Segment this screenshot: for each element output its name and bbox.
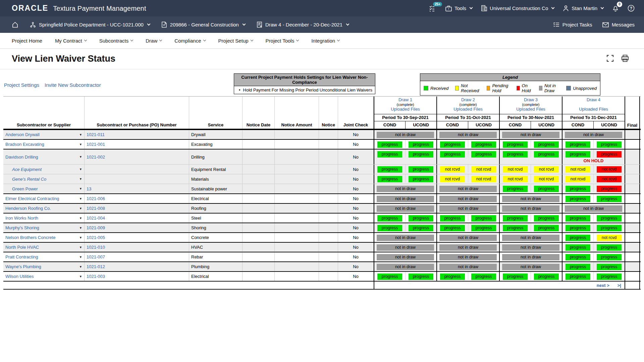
menu-item-project-setup[interactable]: Project Setup (218, 38, 253, 44)
status-chip: progress (534, 141, 559, 148)
notice-amount-cell (275, 130, 319, 139)
row-dropdown-icon[interactable]: ▼ (79, 226, 82, 230)
draw-title-link[interactable]: Draw 4 (587, 97, 600, 102)
service-cell: Sustainable power (189, 184, 243, 193)
chevron-down-icon (84, 39, 87, 41)
po-number-link[interactable]: 1021-007 (87, 254, 105, 259)
uploaded-files-link[interactable]: Uploaded Files (579, 107, 608, 112)
status-chip: progress (377, 225, 402, 231)
uploaded-files-link[interactable]: Uploaded Files (453, 107, 483, 112)
subcontractor-link[interactable]: Henderson Roofing Co. (5, 206, 51, 211)
contract-selector[interactable]: 209866 - General Construction (161, 21, 245, 28)
joint-check-cell: No (338, 165, 374, 174)
cond-status: progress (562, 194, 594, 202)
draw-selector[interactable]: Draw 4 - December - 20-Dec-2021 (257, 21, 349, 28)
ucond-status: progress (531, 184, 562, 192)
row-dropdown-icon[interactable]: ▼ (79, 133, 82, 136)
legend-color-swatch (517, 86, 520, 90)
cond-status: progress (562, 140, 594, 148)
project-tasks-button[interactable]: Project Tasks (553, 22, 592, 27)
status-chip: progress (597, 264, 622, 270)
messages-button[interactable]: Messages (602, 22, 635, 27)
print-icon[interactable] (621, 55, 629, 63)
po-number-link[interactable]: 1021-004 (87, 216, 105, 221)
last-page-link[interactable]: >| (618, 283, 621, 288)
status-chip-pair: progressprogress (374, 140, 436, 148)
po-number-link[interactable]: 1021-006 (87, 196, 105, 201)
menu-item-draw[interactable]: Draw (146, 38, 162, 44)
user-menu[interactable]: Stan Martin (563, 5, 603, 11)
subcontractor-link[interactable]: Elmer Electrical Contracting (5, 196, 59, 201)
row-dropdown-icon[interactable]: ▼ (79, 197, 82, 200)
po-number-link[interactable]: 1021-002 (87, 155, 105, 160)
subcontractor-link[interactable]: Wilson Utilities (5, 274, 34, 279)
company-menu[interactable]: Universal Construction Co (481, 5, 554, 11)
uploaded-files-link[interactable]: Uploaded Files (391, 107, 420, 112)
service-cell: Concrete (189, 233, 243, 242)
tools-menu[interactable]: Tools (445, 5, 472, 11)
menu-item-project-tools[interactable]: Project Tools (266, 38, 299, 44)
subcontractor-link[interactable]: Bradson Excavating (5, 142, 44, 147)
row-dropdown-icon[interactable]: ▼ (79, 265, 82, 268)
subcontractor-link[interactable]: Gene's Rental Co (12, 177, 46, 182)
po-number-link[interactable]: 1021-012 (87, 264, 105, 269)
menu-item-project-home[interactable]: Project Home (12, 38, 42, 44)
draw-title-link[interactable]: Draw 3 (524, 97, 538, 102)
uploaded-files-link[interactable]: Uploaded Files (516, 107, 545, 112)
menu-item-integration[interactable]: Integration (311, 38, 339, 44)
subcontractor-link[interactable]: Nelson Brothers Concrete (5, 235, 56, 240)
status-chip: not rcvd (503, 176, 528, 182)
subcontractor-link[interactable]: Anderson Drywall (5, 132, 40, 137)
subcontractor-link[interactable]: Ace Equipment (12, 167, 42, 172)
subcontractor-link[interactable]: Pratt Contracting (5, 254, 38, 259)
row-dropdown-icon[interactable]: ▼ (79, 217, 82, 220)
row-dropdown-icon[interactable]: ▼ (79, 168, 82, 171)
po-number-link[interactable]: 1021-010 (87, 245, 105, 250)
subcontractor-link[interactable]: Wayne's Plumbing (5, 264, 41, 269)
invite-new-subcontractor-link[interactable]: Invite New Subcontractor (45, 82, 101, 88)
notice-cell (319, 184, 338, 193)
po-number-link[interactable]: 1021-009 (87, 225, 105, 230)
subcontractor-link[interactable]: Murphy's Shoring (5, 225, 39, 230)
row-dropdown-icon[interactable]: ▼ (79, 187, 82, 190)
next-page-link[interactable]: next > (597, 283, 609, 288)
draw-title-link[interactable]: Draw 2 (461, 97, 475, 102)
cond-status: not rcvd (562, 174, 594, 182)
draw-4-status-cell: progressprogress (562, 243, 625, 252)
notifications-button[interactable]: 0 (612, 5, 619, 12)
po-number-link[interactable]: 1021-005 (87, 235, 105, 240)
subcontractor-link[interactable]: North Pole HVAC (5, 245, 39, 250)
menu-item-compliance[interactable]: Compliance (174, 38, 205, 44)
home-button[interactable] (12, 21, 18, 28)
subcontractor-link[interactable]: Green Power (12, 186, 38, 191)
row-dropdown-icon[interactable]: ▼ (79, 255, 82, 259)
menu-item-my-contract[interactable]: My Contract (55, 38, 87, 44)
po-number-link[interactable]: 1021-008 (87, 206, 105, 211)
row-dropdown-icon[interactable]: ▼ (79, 246, 82, 249)
po-number-link[interactable]: 1021-001 (87, 142, 105, 147)
po-number-link[interactable]: 1021-003 (87, 274, 105, 279)
ucond-status: progress (468, 149, 499, 158)
row-dropdown-icon[interactable]: ▼ (79, 275, 82, 278)
task-list-button[interactable]: 25+ (429, 5, 437, 12)
row-dropdown-icon[interactable]: ▼ (79, 143, 82, 146)
draw-title-link[interactable]: Draw 1 (398, 97, 412, 102)
row-dropdown-icon[interactable]: ▼ (79, 155, 82, 159)
fullscreen-icon[interactable] (606, 55, 614, 63)
row-dropdown-icon[interactable]: ▼ (79, 236, 82, 239)
status-chip-pair: progressprogress (562, 194, 625, 202)
row-dropdown-icon[interactable]: ▼ (79, 177, 82, 181)
user-label: Stan Martin (572, 5, 597, 11)
menu-item-subcontracts[interactable]: Subcontracts (99, 38, 133, 44)
po-number-link[interactable]: 13 (87, 186, 91, 191)
po-number-link[interactable]: 1021-011 (87, 132, 105, 137)
ucond-status: progress (531, 214, 562, 222)
notice-date-cell (243, 233, 275, 242)
row-dropdown-icon[interactable]: ▼ (79, 207, 82, 210)
ucond-status: progress (594, 243, 625, 251)
subcontractor-link[interactable]: Davidson Drilling (5, 155, 38, 160)
help-button[interactable]: ? (628, 5, 635, 12)
project-settings-link[interactable]: Project Settings (4, 82, 39, 88)
subcontractor-link[interactable]: Iron Works North (5, 216, 38, 221)
project-selector[interactable]: Springfield Police Department - UCC-1021… (30, 22, 150, 28)
